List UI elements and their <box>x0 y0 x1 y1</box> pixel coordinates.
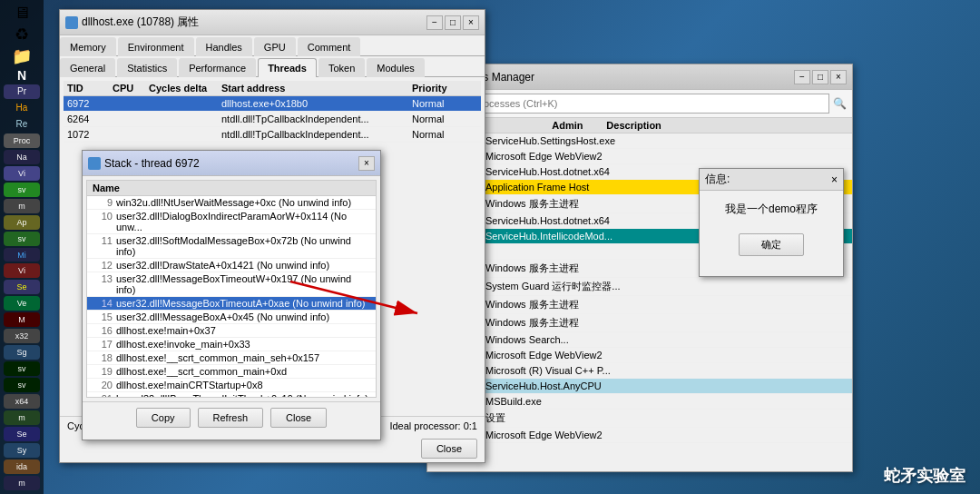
taskbar-icon-recycle[interactable]: ♻ <box>4 25 40 44</box>
proc-row-10[interactable]: Windows 服务主进程 <box>427 296 852 314</box>
proc-row-16[interactable]: admin MSBuild.exe <box>427 394 852 410</box>
stack-text-20: dllhost.exe!mainCRTStartup+0x8 <box>116 380 263 390</box>
taskbar-icon-x32[interactable]: x32 <box>4 329 40 343</box>
stack-item-17[interactable]: 17 dllhost.exe!invoke_main+0x33 <box>87 338 376 351</box>
pm-close-btn[interactable]: × <box>830 70 847 84</box>
dllhost-window-icon <box>65 16 78 29</box>
stack-item-16[interactable]: 16 dllhost.exe!main+0x37 <box>87 324 376 338</box>
taskbar-icon-ms[interactable]: Mi <box>4 248 40 262</box>
demo-dialog-ok-btn[interactable]: 确定 <box>739 233 804 256</box>
stack-item-15[interactable]: 15 user32.dll!MessageBoxA+0x45 (No unwin… <box>87 311 376 324</box>
taskbar-icon-hack[interactable]: Ha <box>4 101 40 115</box>
tab-handles[interactable]: Handles <box>196 37 252 56</box>
dllhost-close-button[interactable]: Close <box>421 439 477 459</box>
tab-threads[interactable]: Threads <box>258 58 317 77</box>
thread-tid-1072: 1072 <box>64 129 109 140</box>
tab-general[interactable]: General <box>60 58 115 77</box>
proc-row-12[interactable]: Windows Search... <box>427 332 852 348</box>
taskbar-icon-ida[interactable]: ida <box>4 459 40 474</box>
stack-list[interactable]: Name 9 win32u.dll!NtUserWaitMessage+0xc … <box>86 180 377 398</box>
stack-item-9[interactable]: 9 win32u.dll!NtUserWaitMessage+0xc (No u… <box>87 196 376 210</box>
taskbar-icon-visual[interactable]: Vi <box>4 166 40 181</box>
taskbar-icon-m3[interactable]: m <box>4 410 40 425</box>
tab-statistics[interactable]: Statistics <box>117 58 177 77</box>
taskbar-icon-sv3[interactable]: sv <box>4 361 40 376</box>
taskbar-icon-folder[interactable]: 📁 <box>4 46 40 66</box>
proc-row-11[interactable]: Windows 服务主进程 <box>427 314 852 332</box>
taskbar-icon-process[interactable]: Pr <box>4 84 40 99</box>
thread-row-1072[interactable]: 1072 ntdll.dll!TpCallbackIndependent... … <box>64 127 481 143</box>
stack-item-14[interactable]: 14 user32.dll!MessageBoxTimeoutA+0xae (N… <box>87 297 376 311</box>
stack-text-13: user32.dll!MessageBoxTimeoutW+0x197 (No … <box>116 273 372 295</box>
taskbar-icon-monitor[interactable]: 🖥 <box>4 4 40 23</box>
proc-row-14[interactable]: admin Microsoft (R) Visual C++ P... <box>427 363 852 379</box>
taskbar-icon-name[interactable]: Na <box>4 150 40 164</box>
taskbar-icon-m4[interactable]: m <box>4 476 40 490</box>
stack-item-11[interactable]: 11 user32.dll!SoftModalMessageBox+0x72b … <box>87 234 376 259</box>
tab-gpu[interactable]: GPU <box>254 37 296 56</box>
stack-item-21[interactable]: 21 kernel32.dll!BaseThreadInitThunk+0x19… <box>87 392 376 398</box>
proc-row-0[interactable]: admin ServiceHub.SettingsHost.exe <box>427 133 852 149</box>
dllhost-close-btn[interactable]: × <box>463 15 479 30</box>
stack-num-12: 12 <box>91 260 113 271</box>
stack-close-btn-bottom[interactable]: Close <box>270 408 327 428</box>
pm-maximize-btn[interactable]: □ <box>812 70 828 84</box>
proc-row-15[interactable]: admin ServiceHub.Host.AnyCPU <box>427 379 852 394</box>
taskbar-icon-proc2[interactable]: Proc <box>4 133 40 148</box>
taskbar-icon-n[interactable]: N <box>4 68 40 83</box>
stack-item-12[interactable]: 12 user32.dll!DrawStateA+0x1421 (No unwi… <box>87 259 376 272</box>
tab-comment[interactable]: Comment <box>298 37 361 56</box>
taskbar-icon-m1[interactable]: m <box>4 199 40 213</box>
proc-row-9[interactable]: System Guard 运行时监控器... <box>427 278 852 296</box>
stack-item-19[interactable]: 19 dllhost.exe!__scrt_common_main+0xd <box>87 365 376 379</box>
stack-close-btn[interactable]: × <box>358 156 375 171</box>
taskbar-icon-ref[interactable]: Re <box>4 117 40 132</box>
proc-row-17[interactable]: admin 设置 <box>427 410 852 428</box>
stack-titlebar[interactable]: Stack - thread 6972 × <box>83 151 380 176</box>
search-icon: 🔍 <box>833 97 847 110</box>
demo-dialog-titlebar[interactable]: 信息: × <box>700 169 843 191</box>
search-input[interactable] <box>433 94 829 114</box>
process-manager-titlebar[interactable]: Process Manager − □ × <box>427 64 852 90</box>
tab-performance[interactable]: Performance <box>179 58 256 77</box>
taskbar-icon-vc[interactable]: Vi <box>4 263 40 278</box>
stack-copy-btn[interactable]: Copy <box>136 408 191 428</box>
stack-item-18[interactable]: 18 dllhost.exe!__scrt_common_main_seh+0x… <box>87 351 376 365</box>
stack-item-10[interactable]: 10 user32.dll!DialogBoxIndirectParamAorW… <box>87 210 376 234</box>
taskbar-icon-sv2[interactable]: sv <box>4 232 40 246</box>
dllhost-titlebar[interactable]: dllhost.exe (10788) 属性 − □ × <box>60 10 485 35</box>
taskbar-icon-x64[interactable]: x64 <box>4 394 40 409</box>
dllhost-minimize-btn[interactable]: − <box>426 15 443 30</box>
proc-name-16: MSBuild.exe <box>485 396 848 407</box>
tab-memory[interactable]: Memory <box>60 37 116 56</box>
stack-item-13[interactable]: 13 user32.dll!MessageBoxTimeoutW+0x197 (… <box>87 272 376 297</box>
taskbar-left: 🖥 ♻ 📁 N Pr Ha Re Proc Na Vi sv m Ap sv M… <box>0 0 44 494</box>
taskbar-icon-sy[interactable]: Sy <box>4 443 40 458</box>
stack-item-20[interactable]: 20 dllhost.exe!mainCRTStartup+0x8 <box>87 379 376 392</box>
taskbar-icon-app[interactable]: Ap <box>4 215 40 230</box>
taskbar-icon-se[interactable]: Se <box>4 280 40 294</box>
thread-table-header: TID CPU Cycles delta Start address Prior… <box>64 81 481 96</box>
thread-row-6972[interactable]: 6972 dllhost.exe+0x18b0 Normal <box>64 96 481 112</box>
pm-minimize-btn[interactable]: − <box>794 70 810 84</box>
taskbar-icon-sv1[interactable]: sv <box>4 183 40 197</box>
thread-row-6264[interactable]: 6264 ntdll.dll!TpCallbackIndependent... … <box>64 112 481 127</box>
proc-row-13[interactable]: admin Microsoft Edge WebView2 <box>427 348 852 363</box>
proc-name-14: Microsoft (R) Visual C++ P... <box>485 365 848 376</box>
dllhost-maximize-btn[interactable]: □ <box>445 15 461 30</box>
stack-num-18: 18 <box>91 352 113 363</box>
stack-text-16: dllhost.exe!main+0x37 <box>116 325 216 336</box>
tab-environment[interactable]: Environment <box>118 37 194 56</box>
taskbar-icon-sg[interactable]: Sg <box>4 345 40 360</box>
tab-token[interactable]: Token <box>318 58 365 77</box>
thread-addr-6972: dllhost.exe+0x18b0 <box>218 98 408 109</box>
proc-row-18[interactable]: admin Microsoft Edge WebView2 <box>427 428 852 443</box>
tab-modules[interactable]: Modules <box>367 58 425 77</box>
taskbar-icon-m2[interactable]: M <box>4 312 40 327</box>
taskbar-icon-ve[interactable]: Ve <box>4 296 40 311</box>
taskbar-icon-sv4[interactable]: sv <box>4 378 40 392</box>
taskbar-icon-se2[interactable]: Se <box>4 427 40 441</box>
stack-refresh-btn[interactable]: Refresh <box>198 408 264 428</box>
proc-row-1[interactable]: admin Microsoft Edge WebView2 <box>427 149 852 164</box>
demo-dialog-close-icon[interactable]: × <box>831 173 838 186</box>
